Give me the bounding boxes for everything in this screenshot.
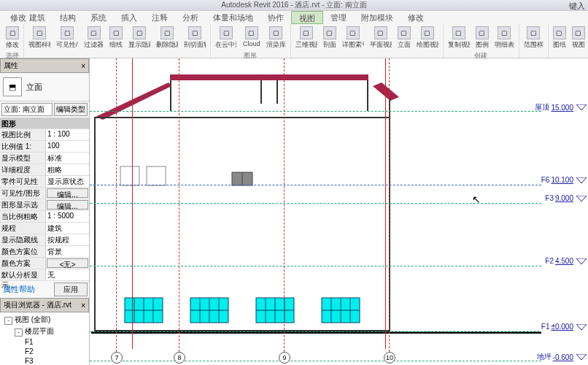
prop-key: 颜色方案 xyxy=(0,258,46,269)
prop-value[interactable]: 无 xyxy=(46,269,89,280)
level-label[interactable]: F6 10.100 xyxy=(541,176,587,184)
tree-item[interactable]: -楼层平面 xyxy=(1,326,88,337)
svg-marker-39 xyxy=(576,324,587,330)
menu-annotate[interactable]: 注释 xyxy=(144,11,175,24)
close-icon[interactable]: × xyxy=(81,62,85,70)
tree-item[interactable]: -视图 (全部) xyxy=(1,314,88,326)
svg-marker-40 xyxy=(576,354,587,360)
level-label[interactable]: F2 4.500 xyxy=(545,257,587,265)
prop-value[interactable]: 按规程 xyxy=(46,234,89,245)
prop-key: 视图比例 xyxy=(0,129,46,140)
svg-marker-5 xyxy=(96,82,171,120)
level-line[interactable] xyxy=(90,203,541,204)
ribbon-可见性/图形[interactable]: ▢可见性/图形 xyxy=(54,25,80,57)
qa-item[interactable]: 键入 xyxy=(566,0,588,12)
close-icon[interactable]: × xyxy=(81,301,85,310)
ribbon-删除隐藏线[interactable]: ▢删除隐藏线 xyxy=(154,25,180,57)
prop-value[interactable]: 建筑 xyxy=(46,223,89,234)
ribbon-图例[interactable]: ▢图例 xyxy=(473,25,491,51)
prop-value[interactable]: 编辑... xyxy=(47,200,88,210)
ribbon-剖切面轮廓[interactable]: ▢剖切面轮廓 xyxy=(182,25,208,57)
tree-toggle-icon[interactable]: - xyxy=(4,317,12,325)
prop-key: 图形显示选项 xyxy=(0,199,46,210)
grid-line[interactable] xyxy=(284,58,285,352)
type-selector[interactable]: 立面: 南立面 xyxy=(1,103,53,116)
ribbon-图纸[interactable]: ▢图纸 xyxy=(551,25,568,51)
apply-button[interactable]: 应用 xyxy=(54,283,88,296)
ribbon-显示隐藏线[interactable]: ▢显示隐藏线 xyxy=(126,25,152,57)
prop-value[interactable]: 背景 xyxy=(46,246,89,257)
menu-view[interactable]: 视图 xyxy=(291,11,323,24)
grid-bubble[interactable]: 7 xyxy=(111,352,123,364)
prop-value[interactable]: 粗略 xyxy=(46,164,89,175)
ribbon-明细表[interactable]: ▢明细表 xyxy=(492,25,517,51)
ribbon-icon: ▢ xyxy=(88,26,101,39)
drawing-canvas[interactable]: ↖ 屋顶 15.000F6 10.100F3 9.000F2 4.500F1 ±… xyxy=(90,58,588,365)
ribbon-在云中渲染[interactable]: ▢在云中渲染 xyxy=(213,25,239,51)
ribbon-剖面[interactable]: ▢剖面 xyxy=(321,25,339,57)
section-line[interactable] xyxy=(385,58,386,349)
menu-manage[interactable]: 管理 xyxy=(323,11,354,24)
level-line[interactable] xyxy=(90,331,541,332)
ribbon-范围框[interactable]: ▢范围框 xyxy=(522,25,546,57)
svg-rect-0 xyxy=(170,74,368,80)
tree-item[interactable]: F1 xyxy=(1,337,88,347)
ribbon-平面视图[interactable]: ▢平面视图 xyxy=(368,25,394,57)
menu-addins[interactable]: 附加模块 xyxy=(354,11,401,24)
section-line[interactable] xyxy=(132,58,133,349)
ribbon-icon: ▢ xyxy=(245,26,258,39)
menu-modify[interactable]: 修改 xyxy=(3,11,34,25)
menu-systems[interactable]: 系统 xyxy=(83,11,114,24)
ribbon-视图[interactable]: ▢视图 xyxy=(570,25,587,51)
grid-bubble[interactable]: 9 xyxy=(279,352,290,364)
menu-massing[interactable]: 体量和场地 xyxy=(206,11,260,24)
ribbon-细线[interactable]: ▢细线 xyxy=(107,25,125,57)
ribbon-立面[interactable]: ▢立面 xyxy=(395,25,413,57)
prop-value[interactable]: 1 : 100 xyxy=(46,129,89,140)
tree-item[interactable]: F2 xyxy=(1,347,88,356)
ribbon-过滤器[interactable]: ▢过滤器 xyxy=(82,25,106,57)
ribbon-视图样板[interactable]: ▢视图样板 xyxy=(26,25,53,57)
grid-bubble[interactable]: 10 xyxy=(384,352,395,364)
ribbon-渲染库[interactable]: ▢渲染库 xyxy=(264,25,288,51)
edit-type-button[interactable]: 编辑类型 xyxy=(54,103,88,116)
props-help-link[interactable]: 属性帮助 xyxy=(1,283,36,296)
ribbon-详图索引[interactable]: ▢详图索引 xyxy=(340,25,366,57)
prop-value[interactable]: 编辑... xyxy=(47,188,88,198)
level-line[interactable] xyxy=(90,361,541,361)
prop-value[interactable]: 标准 xyxy=(46,153,89,164)
menu-insert[interactable]: 插入 xyxy=(114,11,144,24)
level-line[interactable] xyxy=(90,185,541,185)
ribbon-绘图视图[interactable]: ▢绘图视图 xyxy=(414,25,441,57)
ribbon-复制视图[interactable]: ▢复制视图 xyxy=(446,25,472,51)
level-line[interactable] xyxy=(90,266,541,266)
prop-value[interactable]: 100 xyxy=(46,141,89,152)
level-label[interactable]: 地坪 -0.600 xyxy=(537,352,587,362)
menu-collaborate[interactable]: 协作 xyxy=(260,11,291,24)
ribbon-修改[interactable]: ▢修改 xyxy=(4,25,21,51)
prop-value[interactable]: <无> xyxy=(47,258,88,268)
grid-line[interactable] xyxy=(179,58,179,352)
prop-value[interactable]: 显示原状态 xyxy=(46,176,89,187)
menu-structure[interactable]: 结构 xyxy=(53,11,83,24)
ribbon-Cloud[interactable]: ▢Cloud xyxy=(241,25,263,51)
prop-key: 详细程度 xyxy=(0,164,46,175)
menu-modify2[interactable]: 修改 xyxy=(401,11,431,24)
level-label[interactable]: 屋顶 15.000 xyxy=(535,102,587,112)
prop-value[interactable] xyxy=(46,118,89,128)
menu-analyze[interactable]: 分析 xyxy=(175,11,206,24)
grid-bubble[interactable]: 8 xyxy=(174,352,185,364)
ribbon-icon: ▢ xyxy=(374,26,387,39)
grid-line[interactable] xyxy=(116,58,117,352)
level-label[interactable]: F1 ±0.000 xyxy=(541,323,587,331)
prop-value[interactable]: 1 : 5000 xyxy=(46,211,89,222)
title-bar: Autodesk Revit 2016 - 酒店.rvt - 立面: 南立面 xyxy=(0,0,588,11)
level-label[interactable]: F3 9.000 xyxy=(545,194,587,202)
level-line[interactable] xyxy=(90,111,541,112)
tree-toggle-icon[interactable]: - xyxy=(15,328,23,337)
ribbon-三维视图[interactable]: ▢三维视图 xyxy=(293,25,320,57)
tree-item[interactable]: F3 xyxy=(1,356,88,365)
project-browser[interactable]: -视图 (全部)-楼层平面F1F2F3F6地坪屋顶-三维视图{3D}三维 xyxy=(0,312,89,365)
grid-line[interactable] xyxy=(389,58,390,352)
ribbon-icon: ▢ xyxy=(553,26,566,39)
